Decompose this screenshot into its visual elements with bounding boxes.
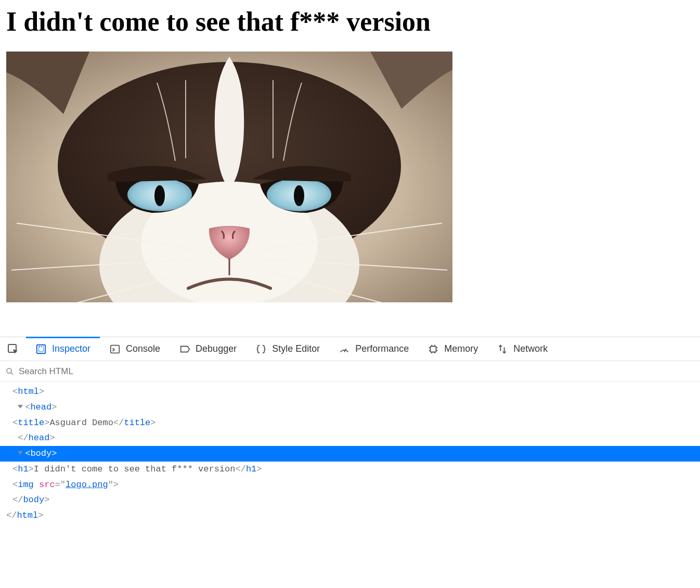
svg-point-25 [7,368,11,373]
tab-network[interactable]: Network [487,337,557,361]
tree-node-h1[interactable]: <h1>I didn't come to see that f*** versi… [0,462,700,477]
tree-node-title[interactable]: <title>Asguard Demo</title> [0,415,700,431]
tab-memory[interactable]: Memory [418,337,487,361]
tab-label: Inspector [52,343,90,354]
devtools-toolbar: Inspector Console Debugger Style Editor [0,337,700,361]
tree-node-body-open[interactable]: <body> [0,446,700,462]
tree-node-body-close[interactable]: </body> [0,492,700,508]
tree-node-head-close[interactable]: </head> [0,430,700,446]
logo-image [6,52,452,302]
svg-rect-14 [431,346,436,352]
search-icon [5,367,15,376]
tree-node-head-open[interactable]: <head> [0,400,700,415]
svg-point-5 [154,185,165,206]
html-search-input[interactable] [19,366,695,377]
tab-label: Debugger [196,343,237,354]
tree-node-html-close[interactable]: </html> [0,508,700,523]
tab-debugger[interactable]: Debugger [170,337,246,361]
memory-icon [427,343,439,355]
svg-rect-10 [37,344,46,353]
page-content: I didn't come to see that f*** version [0,0,700,309]
element-picker-icon [7,343,19,355]
tree-node-img[interactable]: <img src="logo.png"> [0,477,700,493]
console-icon [109,343,121,355]
tab-performance[interactable]: Performance [329,337,418,361]
debugger-icon [179,343,190,355]
tab-console[interactable]: Console [100,337,170,361]
tab-label: Style Editor [272,343,320,354]
style-editor-icon [255,343,267,355]
network-icon [497,343,508,355]
tree-node-html-open[interactable]: <html> [0,384,700,400]
inspector-icon [35,343,47,355]
svg-line-26 [11,373,13,375]
html-search-bar [0,361,700,382]
tab-inspector[interactable]: Inspector [26,337,100,361]
svg-rect-11 [38,347,43,351]
twisty-icon[interactable] [18,405,23,408]
devtools-panel: Inspector Console Debugger Style Editor [0,337,700,529]
svg-point-7 [294,185,304,206]
tab-label: Network [513,343,548,354]
performance-icon [339,343,350,355]
tab-label: Performance [355,343,409,354]
twisty-icon[interactable] [18,451,23,455]
svg-rect-12 [111,345,120,353]
tab-style-editor[interactable]: Style Editor [246,337,329,361]
page-heading: I didn't come to see that f*** version [6,6,694,37]
element-picker-button[interactable] [0,337,26,361]
tab-label: Console [126,343,160,354]
dom-tree[interactable]: <html> <head> <title>Asguard Demo</title… [0,382,700,529]
tab-label: Memory [444,343,478,354]
